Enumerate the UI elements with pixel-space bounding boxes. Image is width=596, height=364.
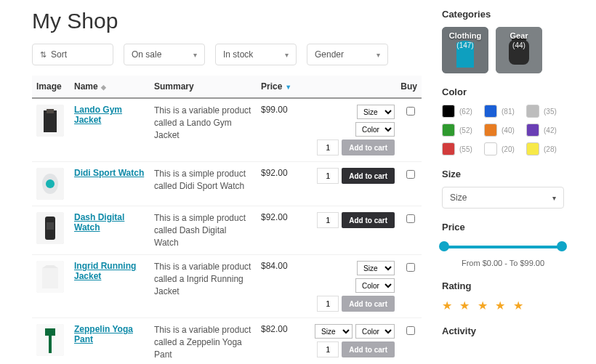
product-link[interactable]: Dash Digital Watch — [74, 212, 124, 232]
quantity-input[interactable] — [317, 212, 339, 228]
col-buy: Buy — [305, 76, 422, 98]
categories-heading: Categories — [442, 9, 564, 20]
product-image-cell — [32, 318, 70, 364]
color-swatch[interactable] — [442, 142, 455, 155]
price-heading: Price — [442, 222, 564, 232]
quantity-input[interactable] — [317, 168, 339, 184]
quantity-input[interactable] — [317, 341, 339, 357]
color-swatch[interactable] — [526, 105, 539, 118]
product-buy-cell: Size Color Add to cart — [305, 255, 399, 318]
sort-label: Sort — [51, 49, 67, 60]
table-row: Dash Digital Watch This is a simple prod… — [32, 206, 422, 255]
product-buy-cell: Add to cart — [305, 206, 399, 255]
rating-stars[interactable]: ★ ★ ★ ★ ★ — [442, 299, 564, 312]
slider-knob-min[interactable] — [439, 241, 449, 251]
filter-bar: Sort On sale▾ In stock▾ Gender▾ — [32, 44, 422, 65]
chevron-down-icon: ▾ — [193, 51, 197, 59]
filter-gender[interactable]: Gender▾ — [307, 44, 388, 65]
category-label: Gear — [496, 31, 542, 40]
select-checkbox[interactable] — [406, 214, 415, 223]
col-summary: Summary — [150, 76, 257, 98]
product-table: Image Name◆ Summary Price▼ Buy Lando Gym… — [32, 76, 422, 364]
product-summary: This is a variable product called a Land… — [150, 98, 257, 162]
select-checkbox[interactable] — [406, 263, 415, 272]
color-swatch[interactable] — [526, 124, 539, 137]
product-buy-cell: Size Color Add to cart — [305, 98, 399, 162]
product-thumb[interactable] — [36, 168, 64, 200]
swatch-count: (81) — [502, 108, 515, 116]
quantity-input[interactable] — [317, 296, 339, 312]
select-checkbox[interactable] — [406, 170, 415, 179]
variant-size-select[interactable]: Size — [357, 105, 395, 119]
filter-instock[interactable]: In stock▾ — [215, 44, 297, 65]
filter-instock-label: In stock — [223, 49, 253, 60]
variant-color-select[interactable]: Color — [355, 324, 395, 339]
price-slider[interactable] — [442, 240, 564, 254]
color-swatch[interactable] — [484, 124, 497, 137]
variant-size-select[interactable]: Size — [357, 261, 395, 275]
rating-section: Rating ★ ★ ★ ★ ★ — [442, 280, 564, 312]
product-image-cell — [32, 98, 70, 162]
product-thumb[interactable] — [36, 212, 64, 244]
swatch-count: (35) — [544, 108, 557, 116]
slider-knob-max[interactable] — [557, 241, 567, 251]
product-select-cell — [399, 98, 422, 162]
size-heading: Size — [442, 169, 564, 179]
product-image-cell — [32, 206, 70, 255]
swatch-count: (40) — [502, 126, 515, 134]
product-price: $84.00 — [257, 255, 305, 318]
product-select-cell — [399, 255, 422, 318]
product-thumb[interactable] — [36, 324, 64, 356]
table-row: Ingrid Running Jacket This is a variable… — [32, 255, 422, 318]
product-price: $92.00 — [257, 206, 305, 255]
color-swatch[interactable] — [484, 142, 497, 155]
product-name-cell: Zeppelin Yoga Pant — [70, 318, 150, 364]
sort-button[interactable]: Sort — [32, 44, 113, 65]
color-swatch[interactable] — [526, 142, 539, 155]
color-swatch-line: (20) — [484, 142, 522, 155]
product-thumb[interactable] — [36, 261, 64, 293]
variant-color-select[interactable]: Color — [355, 278, 395, 293]
product-link[interactable]: Ingrid Running Jacket — [74, 261, 136, 281]
product-link[interactable]: Zeppelin Yoga Pant — [74, 324, 133, 344]
color-swatch-line: (81) — [484, 105, 522, 118]
size-placeholder: Size — [450, 193, 467, 203]
size-dropdown[interactable]: Size ▾ — [442, 187, 564, 209]
color-section: Color (62)(81)(35)(52)(40)(42)(55)(20)(2… — [442, 86, 564, 155]
slider-track — [442, 246, 564, 248]
add-to-cart-button[interactable]: Add to cart — [342, 212, 395, 228]
category-count: (147) — [442, 41, 488, 49]
select-checkbox[interactable] — [406, 107, 415, 116]
color-swatch[interactable] — [484, 105, 497, 118]
add-to-cart-button[interactable]: Add to cart — [342, 341, 395, 357]
product-price: $92.00 — [257, 162, 305, 206]
product-buy-cell: Size Color Add to cart — [305, 318, 399, 364]
color-swatch[interactable] — [442, 105, 455, 118]
color-swatch-line: (52) — [442, 124, 480, 137]
add-to-cart-button[interactable]: Add to cart — [342, 168, 395, 184]
product-summary: This is a variable product called a Ingr… — [150, 255, 257, 318]
select-checkbox[interactable] — [406, 326, 415, 335]
add-to-cart-button[interactable]: Add to cart — [342, 296, 395, 312]
product-link[interactable]: Lando Gym Jacket — [74, 105, 122, 125]
filter-gender-label: Gender — [315, 49, 344, 60]
category-gear[interactable]: Gear (44) — [496, 27, 542, 73]
price-section: Price From $0.00 - To $99.00 — [442, 222, 564, 267]
product-summary: This is a simple product called Dash Dig… — [150, 206, 257, 255]
col-name[interactable]: Name◆ — [70, 76, 150, 98]
variant-size-select[interactable]: Size — [315, 324, 353, 339]
product-link[interactable]: Didi Sport Watch — [74, 168, 144, 178]
filter-onsale[interactable]: On sale▾ — [124, 44, 205, 65]
color-swatch[interactable] — [442, 124, 455, 137]
swatch-count: (62) — [459, 108, 472, 116]
product-price: $99.00 — [257, 98, 305, 162]
quantity-input[interactable] — [317, 139, 339, 155]
product-thumb[interactable] — [36, 105, 64, 137]
col-price[interactable]: Price▼ — [257, 76, 305, 98]
product-summary: This is a simple product called Didi Spo… — [150, 162, 257, 206]
activity-heading: Activity — [442, 325, 564, 336]
add-to-cart-button[interactable]: Add to cart — [342, 139, 395, 155]
variant-color-select[interactable]: Color — [355, 122, 395, 137]
product-name-cell: Didi Sport Watch — [70, 162, 150, 206]
category-clothing[interactable]: Clothing (147) — [442, 27, 488, 73]
